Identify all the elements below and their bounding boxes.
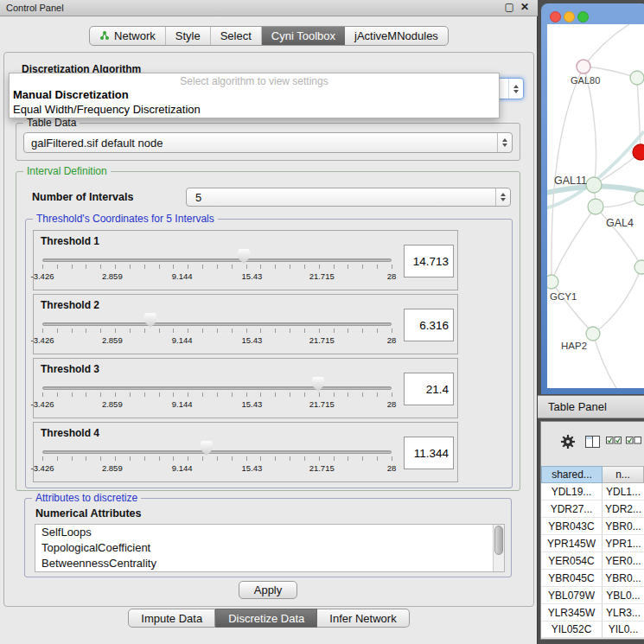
tab-label: Style [175,29,201,42]
table-cell[interactable]: YDR2... [603,501,644,518]
minimize-traffic-light-icon[interactable] [564,11,575,22]
slider-scale-label: 2.859 [102,399,123,409]
zoom-traffic-light-icon[interactable] [577,11,589,22]
network-node[interactable] [634,191,644,205]
table-row[interactable]: YBR043CYBR0... [541,518,644,535]
scrollbar-thumb[interactable] [494,526,503,555]
table-row[interactable]: YBL079WYBL0... [541,587,644,604]
table-cell[interactable]: YLR3... [603,604,644,622]
gear-icon[interactable] [558,432,577,451]
slider-track[interactable] [42,258,392,262]
table-data-group: Table Data galFiltered.sif default node [16,123,520,161]
threshold-label: Threshold 3 [41,363,99,375]
slider-scale-label: 9.144 [172,399,193,409]
table-cell[interactable]: YLR345W [541,604,603,622]
table-cell[interactable]: YBR043C [541,518,603,535]
node-label-hap2: HAP2 [561,341,587,351]
tab-infer-network[interactable]: Infer Network [317,609,409,628]
algorithm-option-manual[interactable]: Manual Discretization [13,88,129,101]
network-node-hap2[interactable] [586,327,600,341]
network-node-gal4[interactable] [588,199,603,214]
slider-scale-label: 21.715 [309,399,335,409]
table-cell[interactable]: YIL052C [541,622,603,638]
interval-definition-group: Interval Definition Number of Intervals … [16,171,520,491]
slider-scale-label: 2.859 [102,335,123,345]
table-cell[interactable]: YER054C [541,552,603,570]
close-icon[interactable]: ✕ [520,1,529,13]
table-row[interactable]: YDR27...YDR2... [541,501,644,518]
slider-scale-label: 21.715 [309,335,335,345]
network-icon [99,30,110,41]
tab-impute-data[interactable]: Impute Data [128,609,215,628]
list-item[interactable]: TopologicalCoefficient [35,540,504,556]
node-label-gal11: GAL11 [554,175,587,187]
tab-select[interactable]: Select [211,27,262,45]
table-cell[interactable]: YDL19... [541,483,603,501]
threshold-value-field[interactable] [404,309,454,341]
interval-definition-title: Interval Definition [23,165,111,177]
table-row[interactable]: YIL052CYIL0... [541,622,644,638]
apply-button[interactable]: Apply [239,581,297,599]
control-panel-window: Control Panel ▢ ✕ Network Style Select C… [0,0,538,644]
table-data-combobox[interactable]: galFiltered.sif default node [23,132,513,153]
tab-cyni-toolbox[interactable]: Cyni Toolbox [262,27,345,45]
table-cell[interactable]: YPR145W [541,535,603,552]
table-cell[interactable]: YBL0... [603,587,644,604]
table-row[interactable]: YDL19...YDL1... [541,483,644,501]
column-header-name[interactable]: n... [603,466,644,483]
tab-network[interactable]: Network [90,27,166,45]
slider-scale-label: 15.43 [242,463,263,473]
attributes-group-title: Attributes to discretize [32,492,141,504]
network-node-gcy1[interactable] [547,275,558,289]
threshold-value-field[interactable] [404,437,454,469]
tab-label: jActiveMNodules [354,29,438,42]
close-traffic-light-icon[interactable] [550,11,561,22]
table-cell[interactable]: YBR045C [541,570,603,587]
tab-discretize-data[interactable]: Discretize Data [215,609,317,628]
list-item[interactable]: SelfLoops [35,525,504,540]
column-header-shared-name[interactable]: shared... [541,466,603,483]
table-cell[interactable]: YBR0... [603,518,644,535]
slider-scale-label: 9.144 [172,335,193,345]
threshold-value-field[interactable] [404,373,454,405]
clear-checkboxes-icon[interactable] [625,436,641,444]
table-cell[interactable]: YPR1... [603,535,644,552]
slider-track[interactable] [42,450,392,454]
slider-ticks [42,392,392,397]
slider-scale-label: 9.144 [172,271,193,281]
table-cell[interactable]: YER0... [603,552,644,570]
table-row[interactable]: YPR145WYPR1... [541,535,644,552]
tab-jactivemnodules[interactable]: jActiveMNodules [345,27,448,45]
algorithm-dropdown-popup: Select algorithm to view settings Manual… [9,73,500,118]
threshold-value-field[interactable] [404,245,454,277]
slider-scale-label: 15.43 [242,335,263,345]
network-node-gal80[interactable] [577,60,590,73]
tab-label: Select [220,29,252,42]
table-row[interactable]: YBR045CYBR0... [541,570,644,587]
list-scrollbar[interactable] [493,525,504,571]
slider-track[interactable] [42,386,392,390]
network-node-gal11[interactable] [586,177,602,193]
top-tab-bar: Network Style Select Cyni Toolbox jActiv… [0,22,538,49]
table-cell[interactable]: YBR0... [603,570,644,587]
network-node[interactable] [630,71,644,85]
list-item[interactable]: BetweennessCentrality [35,556,504,571]
table-cell[interactable]: YDR27... [541,501,603,518]
slider-track[interactable] [42,322,392,326]
algorithm-option-equal-width[interactable]: Equal Width/Frequency Discretization [13,103,201,116]
tab-style[interactable]: Style [166,27,211,45]
maximize-icon[interactable]: ▢ [505,1,514,13]
threshold-panel: Threshold 1 -3.426 2.859 9.144 15.43 21.… [33,230,458,290]
table-cell[interactable]: YDL1... [603,483,644,501]
table-row[interactable]: YER054CYER0... [541,552,644,570]
table-row[interactable]: YLR345WYLR3... [541,604,644,622]
table-cell[interactable]: YBL079W [541,587,603,604]
slider-scale-label: -3.426 [31,399,54,409]
select-all-checkboxes-icon[interactable] [605,436,622,444]
columns-icon[interactable] [584,435,600,449]
number-of-intervals-combobox[interactable]: 5 [186,188,511,207]
combo-stepper-icon [497,133,512,152]
network-node-selected-red[interactable] [633,144,644,160]
table-cell[interactable]: YIL0... [603,622,644,638]
network-node[interactable] [634,260,644,274]
